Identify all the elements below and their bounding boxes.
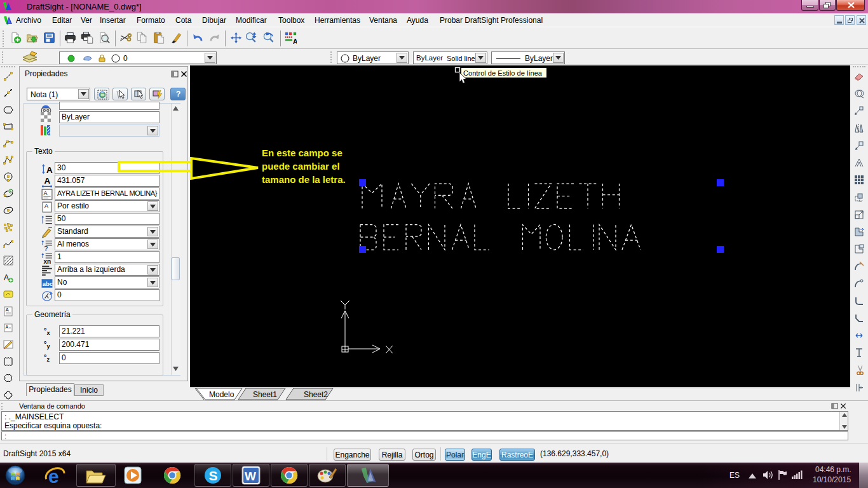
svg-text:?: ?: [44, 245, 48, 251]
svg-text:A: A: [293, 38, 297, 44]
svg-text:S: S: [209, 468, 218, 483]
svg-text:abc: abc: [43, 280, 53, 287]
svg-text:A: A: [4, 273, 9, 282]
svg-text:A: A: [43, 190, 47, 196]
svg-text:A: A: [44, 203, 48, 209]
svg-text:Control de Estilo de línea: Control de Estilo de línea: [463, 69, 543, 77]
svg-text:Sheet2: Sheet2: [304, 390, 328, 399]
svg-text:W: W: [245, 470, 256, 483]
svg-text:Sheet1: Sheet1: [253, 390, 277, 399]
svg-text:A: A: [6, 325, 9, 329]
svg-text:xn: xn: [43, 258, 51, 264]
svg-text:puede cambiar el: puede cambiar el: [262, 161, 340, 172]
svg-text:A: A: [44, 176, 51, 186]
svg-text:En este campo se: En este campo se: [262, 147, 342, 158]
svg-text:Modelo: Modelo: [209, 390, 234, 399]
svg-text:A: A: [6, 307, 10, 313]
svg-text:A: A: [46, 165, 53, 175]
svg-text:tamano de la letra.: tamano de la letra.: [262, 174, 346, 185]
